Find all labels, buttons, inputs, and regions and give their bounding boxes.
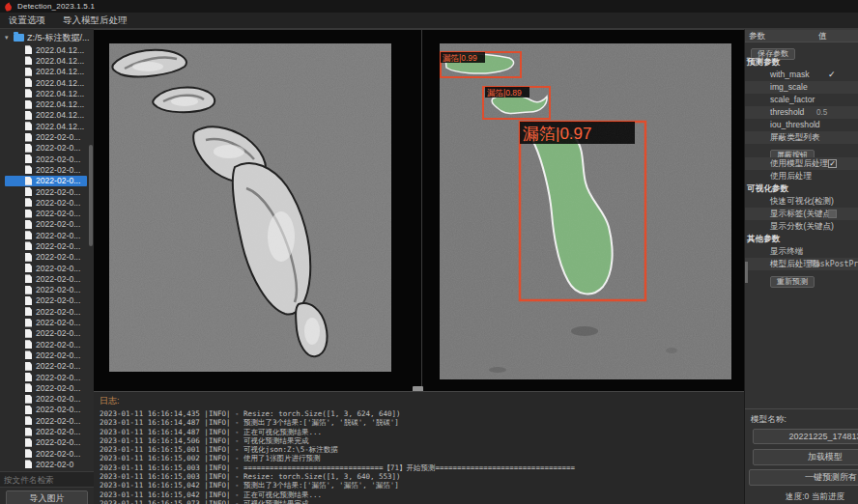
tree-item[interactable]: 2022-02-0... (5, 273, 87, 284)
checkbox-checked-icon[interactable]: ✓ (828, 159, 837, 168)
file-icon (25, 89, 32, 98)
file-icon (25, 78, 32, 87)
tree-item-label: 2022-02-0... (36, 405, 80, 414)
tree-item[interactable]: 2022.04.12... (5, 55, 87, 66)
param-row[interactable]: scale_factor (745, 94, 858, 106)
tree-item[interactable]: 2022-02-0... (5, 426, 87, 436)
file-icon (25, 144, 32, 153)
tree-item[interactable]: 2022-02-0... (5, 240, 87, 251)
prediction-image-canvas[interactable]: 漏箔|0.99 漏箔|0.89 漏箔|0.97 (440, 43, 731, 379)
tree-item[interactable]: 2022-02-0... (5, 382, 87, 393)
menu-import-postprocess[interactable]: 导入模型后处理 (54, 13, 136, 28)
tree-item[interactable]: 2022-02-0... (5, 176, 87, 186)
param-row[interactable]: 使用模型后处理✓ (745, 157, 858, 170)
param-row[interactable]: 快速可视化(检测) (745, 195, 858, 208)
search-input[interactable] (0, 471, 94, 488)
param-row[interactable]: 显示分数(关键点) (745, 220, 858, 233)
tree-item[interactable]: 2022-02-0... (5, 263, 87, 273)
param-action-button[interactable]: 重新预测 (770, 276, 815, 288)
file-icon (25, 362, 32, 371)
tree-scrollbar[interactable] (89, 145, 93, 246)
viewer-area: 漏箔|0.99 漏箔|0.89 漏箔|0.97 日志: 2023-01-11 (94, 29, 744, 504)
params-scrollbar[interactable] (745, 262, 748, 283)
tree-item[interactable]: 2022-02-0... (5, 415, 87, 426)
tree-item[interactable]: 2022-02-0... (5, 405, 87, 415)
file-icon (25, 253, 32, 262)
param-name: with_mask (770, 69, 810, 81)
tree-item-label: 2022-02-0... (36, 340, 80, 350)
tree-item-label: 2022-02-0... (36, 416, 80, 426)
check-icon: ✓ (828, 69, 836, 81)
tree-item[interactable]: 2022.04.12... (5, 121, 87, 131)
param-row[interactable]: 显示标签(关键点) (745, 208, 858, 220)
param-row[interactable]: img_scale (745, 81, 858, 94)
model-name-field[interactable]: 20221225_174813 (753, 429, 858, 444)
tree-item-label: 2022-02-0... (36, 154, 80, 164)
tree-item-label: 2022-02-0... (36, 165, 80, 175)
tree-item[interactable]: 2022-02-0 (5, 459, 87, 469)
tree-root-folder[interactable]: ▾ Z:/5-标注数据/... (0, 31, 94, 44)
param-name: 快速可视化(检测) (770, 195, 834, 208)
import-images-button[interactable]: 导入图片 (6, 490, 88, 504)
param-button-row: 屏蔽按钮 (745, 144, 858, 157)
viewer-splitter[interactable] (421, 30, 422, 391)
param-row[interactable]: 显示终端 (745, 245, 858, 258)
file-icon (25, 438, 32, 447)
param-row[interactable]: with_mask✓ (745, 69, 858, 81)
tree-item[interactable]: 2022-02-0... (5, 197, 87, 208)
tree-item[interactable]: 2022-02-0... (5, 306, 87, 317)
tree-item[interactable]: 2022-02-0... (5, 219, 87, 230)
tree-item[interactable]: 2022-02-0... (5, 448, 87, 459)
tree-item[interactable]: 2022-02-0... (5, 252, 87, 263)
tree-item[interactable]: 2022-02-0... (5, 295, 87, 306)
param-name: img_scale (770, 81, 808, 94)
tree-item-label: 2022-02-0... (36, 231, 80, 240)
param-row[interactable]: 模型后处理器MaskPostPro (745, 258, 858, 270)
tree-item[interactable]: 2022-02-0... (5, 328, 87, 339)
tree-item[interactable]: 2022-02-0... (5, 437, 87, 448)
tree-item[interactable]: 2022-02-0... (5, 339, 87, 350)
tree-item[interactable]: 2022.04.12... (5, 98, 87, 109)
param-row[interactable]: 使用后处理 (745, 170, 858, 182)
tree-item[interactable]: 2022-02-0... (5, 372, 87, 382)
tree-item[interactable]: 2022.04.12... (5, 67, 87, 77)
tree-item[interactable]: 2022-02-0... (5, 143, 87, 154)
tree-item[interactable]: 2022-02-0... (5, 230, 87, 240)
tree-item-label: 2022-02-0... (36, 132, 80, 142)
chevron-down-icon[interactable]: ▾ (5, 34, 14, 42)
model-controls: 模型名称: 20221225_174813 加载模型 一键预测所有 速度:0 当… (745, 408, 858, 504)
load-model-button[interactable]: 加载模型 (753, 449, 858, 465)
tree-item[interactable]: 2022-02-0... (5, 131, 87, 142)
checkbox-unchecked-icon[interactable] (828, 210, 837, 218)
tree-item[interactable]: 2022-02-0... (5, 164, 87, 175)
value-col-header: 值 (818, 31, 827, 42)
tree-item-label: 2022-02-0... (36, 285, 80, 294)
param-row[interactable]: threshold0.5 (745, 106, 858, 119)
tree-item[interactable]: 2022-02-0... (5, 361, 87, 372)
tree-item[interactable]: 2022-02-0... (5, 394, 87, 405)
tree-item[interactable]: 2022.04.12... (5, 88, 87, 98)
tree-item[interactable]: 2022-02-0... (5, 350, 87, 360)
tree-item[interactable]: 2022-02-0... (5, 285, 87, 295)
tree-item[interactable]: 2022-02-0... (5, 208, 87, 218)
log-panel: 日志: 2023-01-11 16:16:14,435 |INFO| - Res… (94, 391, 744, 504)
file-icon (25, 111, 32, 120)
tree-item[interactable]: 2022.04.12... (5, 110, 87, 121)
file-tree-panel: ▾ Z:/5-标注数据/... 2022.04.12...2022.04.12.… (0, 29, 94, 504)
tree-item[interactable]: 2022-02-0... (5, 154, 87, 164)
param-row[interactable]: 屏蔽类型列表 (745, 131, 858, 144)
log-line: 2023-01-11 16:16:14,435 |INFO| - Resize:… (100, 409, 744, 418)
original-image-canvas[interactable] (109, 43, 391, 372)
tree-item[interactable]: 2022.04.12... (5, 77, 87, 88)
param-section-title: 可视化参数 (745, 182, 858, 195)
tree-item-label: 2022-02-0... (36, 219, 80, 229)
predict-all-button[interactable]: 一键预测所有 (749, 469, 858, 486)
tree-item[interactable]: 2022-02-0... (5, 317, 87, 327)
progress-label: 速度:0 当前进度 (786, 491, 858, 503)
tree-item-label: 2022-02-0... (36, 307, 80, 317)
param-row[interactable]: iou_threshold (745, 119, 858, 131)
tree-item[interactable]: 2022-02-0... (5, 186, 87, 197)
menu-settings[interactable]: 设置选项 (0, 13, 54, 28)
tree-item[interactable]: 2022.04.12... (5, 44, 87, 55)
file-icon (25, 56, 32, 65)
